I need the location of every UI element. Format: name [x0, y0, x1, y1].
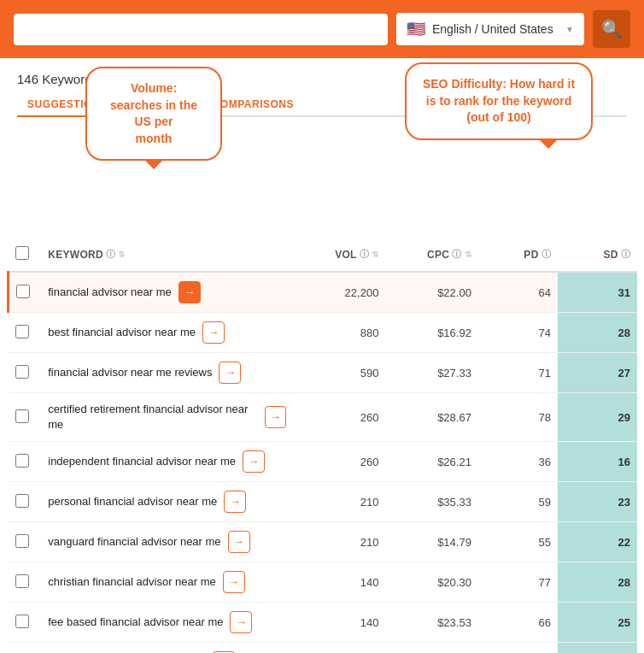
row-checkbox[interactable]	[15, 534, 29, 548]
row-checkbox-cell	[9, 562, 42, 603]
row-keyword: fee based financial advisor near me→	[41, 603, 293, 642]
tab-questions[interactable]: QUESTIONS	[118, 93, 202, 115]
keyword-arrow-button[interactable]: →	[265, 406, 286, 428]
row-sd: 25	[558, 603, 637, 643]
row-checkbox[interactable]	[16, 285, 30, 298]
row-checkbox[interactable]	[15, 409, 29, 423]
table-row: certified retirement financial advisor n…	[9, 393, 638, 442]
row-checkbox-cell	[9, 313, 42, 353]
row-keyword: vanguard financial advisor near me→	[41, 522, 293, 562]
row-pd: 78	[478, 393, 558, 442]
row-keyword: financial advisor near me reviews→	[41, 353, 293, 392]
row-cpc: $23.61	[385, 643, 478, 653]
row-checkbox[interactable]	[15, 365, 29, 379]
select-all-checkbox[interactable]	[15, 246, 29, 260]
keyword-arrow-button[interactable]: →	[228, 531, 250, 553]
row-checkbox[interactable]	[15, 454, 29, 468]
row-sd: 29	[558, 393, 637, 442]
vol-info-icon[interactable]: ⓘ	[360, 248, 369, 261]
row-pd: 36	[478, 442, 558, 482]
row-keyword: fidelity financial advisor near me→	[41, 643, 293, 653]
row-keyword: christian financial advisor near me→	[41, 562, 293, 602]
table-row: personal financial advisor near me→210$3…	[9, 482, 638, 522]
table-header-row: KEYWORD ⓘ ⇅ VOL ⓘ ⇅ CPC ⓘ	[9, 238, 638, 272]
th-pd: PD ⓘ	[478, 238, 558, 272]
search-input[interactable]: financial advisor near me	[14, 14, 388, 45]
keyword-arrow-button[interactable]: →	[243, 450, 265, 473]
th-sd: SD ⓘ	[558, 238, 637, 272]
keyword-sort-icon[interactable]: ⇅	[118, 250, 125, 259]
keyword-info-icon[interactable]: ⓘ	[106, 248, 115, 261]
row-sd: 28	[558, 313, 637, 353]
row-checkbox-cell	[9, 522, 42, 562]
row-checkbox-cell	[9, 643, 42, 653]
keyword-count: 146 Keywords	[17, 72, 627, 86]
row-sd: 22	[558, 522, 637, 562]
keywords-table: KEYWORD ⓘ ⇅ VOL ⓘ ⇅ CPC ⓘ	[7, 238, 637, 653]
cpc-header-label: CPC	[427, 249, 449, 261]
row-checkbox-cell	[9, 272, 42, 313]
search-button[interactable]: 🔍	[593, 10, 630, 48]
keyword-arrow-button[interactable]: →	[202, 321, 225, 344]
row-checkbox-cell	[9, 442, 42, 482]
row-cpc: $27.33	[385, 353, 478, 393]
row-cpc: $16.92	[385, 313, 478, 353]
row-pd: 66	[478, 603, 558, 643]
row-sd: 16	[558, 442, 637, 482]
row-cpc: $22.00	[385, 272, 478, 313]
row-checkbox[interactable]	[15, 325, 29, 338]
row-cpc: $35.33	[385, 482, 478, 522]
search-icon: 🔍	[601, 19, 623, 39]
row-pd: 77	[478, 562, 558, 603]
pd-info-icon[interactable]: ⓘ	[542, 248, 551, 261]
info-area: 146 Keywords SUGGESTIONS QUESTIONS COMPA…	[0, 58, 644, 238]
row-sd: 23	[558, 482, 637, 522]
keyword-arrow-button[interactable]: →	[224, 491, 246, 513]
row-sd: 28	[558, 562, 637, 603]
row-checkbox[interactable]	[15, 494, 29, 508]
vol-sort-icon[interactable]: ⇅	[372, 250, 378, 259]
row-sd: 27	[558, 353, 637, 393]
table-row: independent financial advisor near me→26…	[9, 442, 638, 482]
row-volume: 590	[293, 353, 386, 393]
sd-info-icon[interactable]: ⓘ	[621, 248, 630, 261]
row-pd: 55	[478, 522, 558, 562]
row-sd: 22	[558, 643, 637, 653]
row-volume: 140	[293, 562, 386, 603]
row-keyword: personal financial advisor near me→	[41, 482, 293, 521]
keyword-header-label: KEYWORD	[48, 249, 103, 261]
keyword-arrow-button[interactable]: →	[219, 362, 241, 384]
row-checkbox[interactable]	[15, 615, 29, 628]
row-pd: 64	[478, 272, 558, 313]
table-row: financial advisor near me→22,200$22.0064…	[9, 272, 638, 313]
flag-icon: 🇺🇸	[407, 20, 425, 38]
row-checkbox-cell	[9, 353, 42, 393]
row-keyword: best financial advisor near me→	[41, 313, 293, 352]
row-pd: 59	[478, 482, 558, 522]
row-keyword: financial advisor near me→	[41, 273, 293, 312]
table-row: financial advisor near me reviews→590$27…	[9, 353, 638, 393]
row-volume: 140	[293, 603, 386, 643]
tab-comparisons[interactable]: COMPARISONS	[202, 93, 304, 115]
row-sd: 31	[558, 272, 637, 313]
row-cpc: $28.67	[385, 393, 478, 442]
row-pd: 54	[478, 643, 558, 653]
row-cpc: $23.53	[385, 603, 478, 643]
th-vol: VOL ⓘ ⇅	[293, 238, 386, 272]
tab-suggestions[interactable]: SUGGESTIONS	[17, 93, 118, 117]
keyword-arrow-button[interactable]: →	[223, 571, 245, 593]
th-checkbox	[9, 238, 42, 272]
table-row: vanguard financial advisor near me→210$1…	[9, 522, 638, 562]
cpc-info-icon[interactable]: ⓘ	[452, 248, 461, 261]
keyword-arrow-button[interactable]: →	[230, 611, 252, 633]
row-checkbox-cell	[9, 603, 42, 643]
row-cpc: $14.79	[385, 522, 478, 562]
row-checkbox[interactable]	[15, 574, 29, 588]
keyword-arrow-button[interactable]: →	[179, 281, 201, 303]
pd-header-label: PD	[524, 249, 538, 261]
th-keyword: KEYWORD ⓘ ⇅	[41, 238, 293, 272]
language-selector[interactable]: 🇺🇸 English / United States ▼	[396, 13, 584, 45]
chevron-down-icon: ▼	[565, 25, 574, 34]
table-row: christian financial advisor near me→140$…	[9, 562, 638, 603]
cpc-sort-icon[interactable]: ⇅	[465, 250, 471, 259]
